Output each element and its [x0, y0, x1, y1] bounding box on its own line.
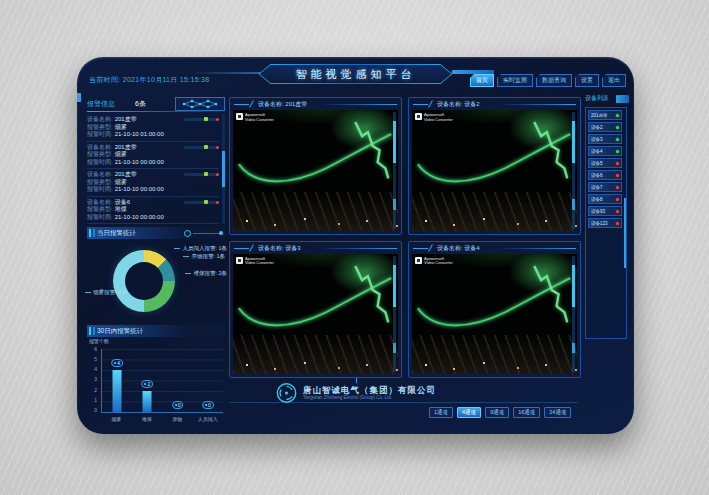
alarm-status-slider[interactable]	[184, 173, 218, 176]
network-topology-icon	[175, 97, 225, 111]
bar-chart-ylabel: 报警个数	[89, 338, 109, 344]
device-status-dot	[616, 210, 619, 213]
device-list-scrollbar[interactable]	[624, 198, 626, 268]
bar-column: 4	[102, 349, 132, 412]
alarm-list-scrollbar[interactable]	[222, 114, 225, 224]
video-scrollbar[interactable]	[393, 256, 396, 373]
alarm-list-item[interactable]: 设备名称:201皮带 报警类型:烟雾 报警时间:21-10-10 00:00:0…	[87, 142, 219, 170]
channel-button[interactable]: 24通道	[544, 407, 571, 418]
video-scrollbar[interactable]	[572, 112, 575, 229]
alarm-header-underline	[87, 111, 225, 112]
left-panel: 报警信息 6条 设备名称:201皮带 报警类	[87, 97, 225, 429]
nav-button[interactable]: 数据查询	[536, 74, 572, 87]
dot-decor	[219, 231, 223, 235]
company-brand: 唐山智诚电气（集团）有限公司 Tangshan Zhicheng Electri…	[275, 382, 436, 404]
channel-button[interactable]: 1通道	[429, 407, 453, 418]
alarm-status-slider[interactable]	[184, 201, 218, 204]
bar-chart-xlabels: 烟雾堆煤异物人员闯入	[101, 416, 223, 425]
device-status-dot	[616, 186, 619, 189]
device-list-panel: 设备列表 201皮带 设备2 设备3	[585, 93, 627, 343]
machinery-silhouette	[233, 335, 398, 374]
slash-decor	[249, 244, 254, 252]
device-list-item[interactable]: 设备2	[588, 122, 622, 132]
alarm-status-slider[interactable]	[184, 146, 218, 149]
device-list-item[interactable]: 设备4	[588, 146, 622, 156]
channel-button[interactable]: 9通道	[485, 407, 509, 418]
machinery-silhouette	[412, 192, 577, 231]
device-status-dot	[616, 138, 619, 141]
dashboard-screen: 当前时间: 2021年10月11日 15:15:38 智能视觉感知平台 首页 实…	[77, 57, 634, 434]
ring-decor	[184, 230, 191, 237]
device-list-body: 201皮带 设备2 设备3 设备4	[585, 107, 627, 339]
watermark-logo-icon	[236, 257, 243, 264]
device-list-item[interactable]: 设备5	[588, 158, 622, 168]
ytick: 1	[87, 398, 97, 403]
video-feed[interactable]: Apowersoft Video Converter	[233, 254, 398, 375]
bar-column: 2	[132, 349, 162, 412]
video-scrollbar[interactable]	[393, 112, 396, 229]
donut-label: 堆煤报警: 2条	[185, 270, 227, 277]
video-panel: 设备名称: 设备4 Apowersoft Video Converter	[408, 241, 581, 379]
nav-button[interactable]: 设置	[575, 74, 599, 87]
today-donut	[113, 250, 175, 312]
nav-button[interactable]: 实时监测	[497, 74, 533, 87]
bar-xlabel: 人员闯入	[193, 416, 224, 425]
video-feed[interactable]: Apowersoft Video Converter	[412, 254, 577, 375]
company-name-cn: 唐山智诚电气（集团）有限公司	[303, 385, 436, 395]
bar-value-badge: 0	[172, 401, 184, 409]
device-status-dot	[616, 222, 619, 225]
today-stats-header: 当日报警统计	[87, 227, 225, 239]
bar-fill	[113, 370, 122, 412]
device-list-item[interactable]: 设备7	[588, 182, 622, 192]
device-status-dot	[616, 174, 619, 177]
watermark-logo-icon	[415, 257, 422, 264]
page-title: 智能视觉感知平台	[296, 67, 416, 82]
watermark: Apowersoft Video Converter	[236, 257, 274, 266]
watermark: Apowersoft Video Converter	[236, 113, 274, 122]
bar-value-badge: 2	[141, 380, 153, 388]
channel-layout-buttons: 1通道 4通道 9通道 16通道 24通道	[429, 407, 571, 418]
alarm-list-item[interactable]: 设备名称:201皮带 报警类型:烟雾 报警时间:21-10-10 01:00:0…	[87, 114, 219, 142]
video-feed[interactable]: Apowersoft Video Converter	[412, 110, 577, 231]
machinery-silhouette	[412, 335, 577, 374]
watermark: Apowersoft Video Converter	[415, 257, 453, 266]
device-list-header: 设备列表	[585, 93, 627, 106]
bar-value-badge: 4	[111, 359, 123, 367]
device-list-item[interactable]: 201皮带	[588, 110, 622, 120]
video-panel: 设备名称: 设备2 Apowersoft Video Converter	[408, 97, 581, 235]
channel-button[interactable]: 16通道	[513, 407, 540, 418]
title-frame: 智能视觉感知平台	[259, 64, 453, 84]
bar-fill	[143, 391, 152, 412]
device-status-dot	[616, 126, 619, 129]
alarm-count-badge: 6条	[135, 99, 146, 109]
bars-wrap: 4200	[101, 349, 223, 413]
leader-line-decor	[193, 233, 221, 234]
device-list-item[interactable]: 设备8	[588, 194, 622, 204]
bar-xlabel: 烟雾	[101, 416, 132, 425]
monthly-stats-header: 30日内报警统计	[87, 325, 225, 337]
bar-chart-yticks: 6543210	[87, 347, 97, 413]
channel-button[interactable]: 4通道	[457, 407, 481, 418]
edge-chip-decor	[77, 93, 81, 102]
device-status-dot	[616, 162, 619, 165]
alarm-list-item[interactable]: 设备名称:201皮带 报警类型:烟雾 报警时间:21-10-10 00:00:0…	[87, 169, 219, 197]
nav-button[interactable]: 退出	[602, 74, 626, 87]
device-list-item[interactable]: 设备123	[588, 218, 622, 228]
device-list-tab[interactable]	[616, 95, 629, 103]
nav-button[interactable]: 首页	[470, 74, 494, 87]
ytick: 4	[87, 367, 97, 372]
video-panel: 设备名称: 设备3 Apowersoft Video Converter	[229, 241, 402, 379]
video-feed[interactable]: Apowersoft Video Converter	[233, 110, 398, 231]
ytick: 2	[87, 388, 97, 393]
device-status-dot	[616, 150, 619, 153]
alarm-status-slider[interactable]	[184, 118, 218, 121]
device-status-dot	[616, 114, 619, 117]
alarm-panel-header: 报警信息 6条	[87, 97, 225, 110]
device-list-item[interactable]: 设备3	[588, 134, 622, 144]
alarm-list-item[interactable]: 设备名称:设备6 报警类型:堆煤 报警时间:21-10-10 00:00:00	[87, 197, 219, 225]
device-list-item[interactable]: 设备93	[588, 206, 622, 216]
video-scrollbar[interactable]	[572, 256, 575, 373]
donut-label: 异物报警: 1条	[183, 253, 225, 260]
device-list-item[interactable]: 设备6	[588, 170, 622, 180]
donut-label: 烟雾报警: 4条	[85, 289, 127, 296]
